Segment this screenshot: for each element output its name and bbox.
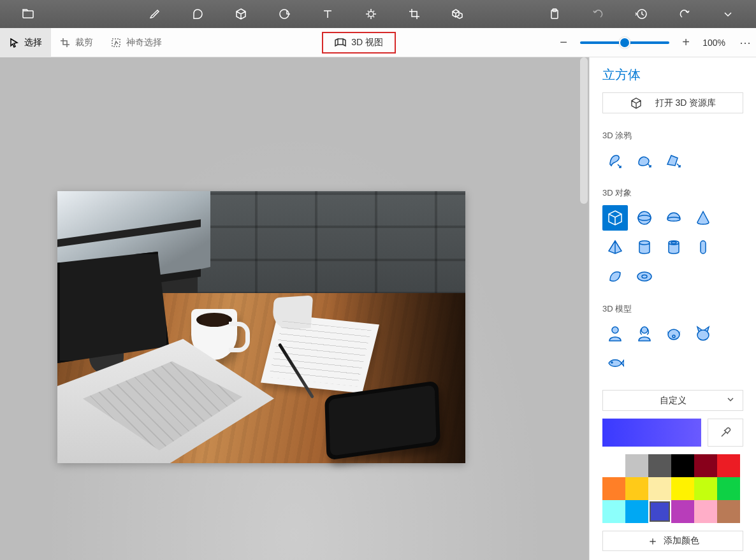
panel-title: 立方体	[602, 66, 743, 83]
svg-rect-10	[701, 241, 706, 254]
color-swatch[interactable]	[717, 477, 740, 500]
model-woman[interactable]	[632, 321, 657, 347]
eyedropper-button[interactable]	[708, 419, 743, 447]
canvas-image[interactable]	[57, 191, 465, 463]
current-color-swatch[interactable]	[602, 419, 701, 447]
color-swatch[interactable]	[648, 500, 671, 523]
main-area: 立方体 打开 3D 资源库 3D 涂鸦 3D 对象 3D 模型	[0, 57, 756, 560]
svg-rect-0	[23, 11, 33, 18]
effects-icon[interactable]	[349, 0, 393, 28]
doodle-tube[interactable]	[602, 148, 628, 173]
canvas-viewport[interactable]	[0, 57, 589, 560]
objects-grid	[602, 205, 743, 289]
doodle-soft[interactable]	[632, 148, 657, 173]
color-swatch[interactable]	[602, 500, 625, 523]
object-cylinder[interactable]	[632, 234, 657, 260]
right-panel: 立方体 打开 3D 资源库 3D 涂鸦 3D 对象 3D 模型	[589, 57, 756, 560]
canvas-crop-icon[interactable]	[393, 0, 436, 28]
object-pyramid[interactable]	[602, 234, 628, 260]
crop-tool-button[interactable]: 裁剪	[51, 28, 102, 57]
model-dog[interactable]	[661, 321, 687, 347]
zoom-slider[interactable]	[580, 41, 669, 44]
crop-label: 裁剪	[75, 37, 93, 48]
expand-down-icon[interactable]	[706, 0, 750, 28]
svg-point-2	[368, 11, 374, 17]
paste-icon[interactable]	[533, 0, 576, 28]
history-icon[interactable]	[620, 0, 663, 28]
doodle-grid	[602, 148, 743, 173]
add-color-label: 添加颜色	[664, 535, 699, 547]
sub-toolbar: 选择 裁剪 神奇选择 3D 视图 − + 100% ⋯	[0, 28, 756, 57]
model-fish[interactable]	[602, 350, 628, 376]
color-swatch[interactable]	[648, 454, 671, 477]
object-curved[interactable]	[602, 264, 628, 289]
color-swatch[interactable]	[648, 477, 671, 500]
magic-label: 神奇选择	[126, 37, 162, 48]
canvas-scrollbar[interactable]	[580, 57, 588, 204]
object-donut[interactable]	[632, 264, 657, 289]
model-man[interactable]	[602, 321, 628, 347]
open-3d-library-label: 打开 3D 资源库	[655, 97, 716, 109]
doodle-sharp[interactable]	[661, 148, 687, 173]
color-swatch[interactable]	[625, 454, 648, 477]
section-3d-doodle: 3D 涂鸦	[602, 130, 743, 141]
object-hemisphere[interactable]	[661, 205, 687, 231]
open-3d-library-button[interactable]: 打开 3D 资源库	[602, 92, 743, 113]
view3d-label: 3D 视图	[351, 37, 383, 48]
object-cone[interactable]	[690, 205, 716, 231]
view-3d-button[interactable]: 3D 视图	[322, 32, 396, 54]
plus-icon: ＋	[647, 533, 658, 549]
object-cube[interactable]	[602, 205, 628, 231]
object-sphere[interactable]	[632, 205, 657, 231]
color-swatch[interactable]	[602, 477, 625, 500]
color-swatch[interactable]	[671, 477, 694, 500]
zoom-value: 100%	[702, 38, 725, 48]
section-3d-models: 3D 模型	[602, 303, 743, 315]
add-color-button[interactable]: ＋ 添加颜色	[602, 531, 743, 551]
color-swatch[interactable]	[717, 500, 740, 523]
color-swatch[interactable]	[671, 500, 694, 523]
color-swatch[interactable]	[671, 454, 694, 477]
color-swatch[interactable]	[625, 500, 648, 523]
color-mode-dropdown[interactable]: 自定义	[602, 390, 743, 411]
zoom-in-button[interactable]: +	[678, 35, 694, 50]
text-icon[interactable]	[306, 0, 349, 28]
color-mode-label: 自定义	[660, 395, 687, 406]
chevron-down-icon	[726, 395, 735, 406]
more-menu-icon[interactable]: ⋯	[734, 36, 756, 50]
shapes-3d-icon[interactable]	[219, 0, 263, 28]
magic-select-button[interactable]: 神奇选择	[102, 28, 171, 57]
redo-icon[interactable]	[663, 0, 706, 28]
zoom-out-button[interactable]: −	[556, 35, 571, 50]
brush-icon[interactable]	[133, 0, 176, 28]
undo-icon[interactable]	[576, 0, 620, 28]
shapes-2d-icon[interactable]	[176, 0, 219, 28]
models-grid	[602, 321, 743, 376]
stickers-icon[interactable]	[263, 0, 306, 28]
model-cat[interactable]	[690, 321, 716, 347]
library-3d-icon[interactable]	[436, 0, 479, 28]
zoom-controls: − + 100%	[547, 35, 734, 50]
color-palette	[602, 454, 740, 523]
color-swatch[interactable]	[625, 477, 648, 500]
object-capsule[interactable]	[690, 234, 716, 260]
select-label: 选择	[24, 37, 42, 48]
top-toolbar	[0, 0, 756, 28]
color-swatch[interactable]	[694, 477, 717, 500]
menu-folder-icon[interactable]	[6, 0, 50, 28]
object-tube[interactable]	[661, 234, 687, 260]
select-tool-button[interactable]: 选择	[0, 28, 51, 57]
color-swatch[interactable]	[694, 454, 717, 477]
color-swatch[interactable]	[694, 500, 717, 523]
zoom-thumb[interactable]	[619, 37, 630, 48]
section-3d-objects: 3D 对象	[602, 187, 743, 199]
color-swatch[interactable]	[602, 454, 625, 477]
color-swatch[interactable]	[717, 454, 740, 477]
